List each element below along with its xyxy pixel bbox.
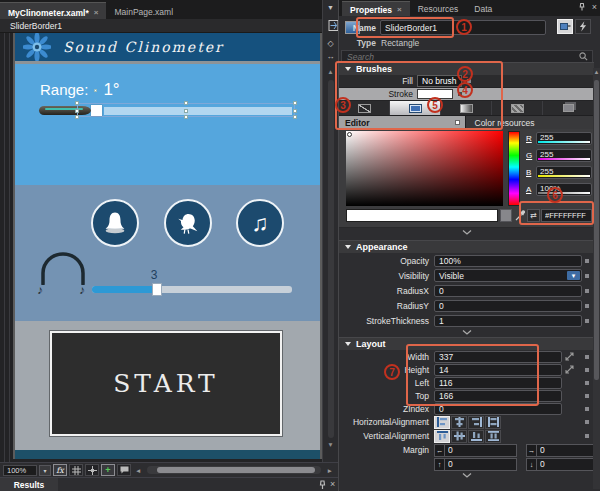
advanced-options-peg[interactable] (458, 92, 462, 96)
eyedropper-button[interactable] (514, 209, 526, 222)
width-input[interactable] (434, 351, 562, 363)
chevron-down-icon[interactable]: ▾ (567, 271, 580, 280)
advanced-options-peg[interactable] (585, 355, 589, 359)
annotations-button[interactable] (117, 464, 131, 476)
name-input[interactable] (380, 20, 546, 35)
pin-icon[interactable] (318, 480, 327, 490)
blue-input[interactable] (536, 166, 592, 179)
resize-handle[interactable] (75, 109, 79, 113)
tab-mainpage[interactable]: MainPage.xaml (106, 2, 181, 19)
visibility-dropdown[interactable]: Visible ▾ (434, 269, 582, 282)
zindex-input[interactable] (434, 403, 562, 415)
music-sound-button[interactable]: ♫ (236, 199, 284, 247)
color-resources-tab[interactable]: Color resources (465, 116, 595, 129)
horizontal-scrollbar[interactable] (147, 466, 320, 474)
properties-scrollbar[interactable]: ▲ (593, 68, 600, 489)
events-view-button[interactable] (575, 19, 591, 34)
layout-expander[interactable] (339, 471, 594, 480)
margin-top-input[interactable] (445, 458, 517, 471)
left-input[interactable] (434, 377, 562, 389)
margin-right-input[interactable] (537, 444, 600, 457)
resize-handle[interactable] (293, 115, 297, 119)
effects-toggle-button[interactable]: fx (53, 464, 67, 476)
show-grid-button[interactable] (69, 464, 83, 476)
resize-handle[interactable] (184, 101, 188, 105)
horizontal-resize-icon[interactable]: ↔ (323, 53, 338, 61)
top-input[interactable] (434, 390, 562, 402)
stroke-row[interactable]: Stroke (339, 88, 594, 101)
resize-handle[interactable] (75, 115, 79, 119)
range-slider-track[interactable] (104, 107, 292, 115)
appearance-header[interactable]: Appearance (339, 240, 594, 253)
zoom-dropdown-icon[interactable]: ▾ (39, 465, 51, 476)
advanced-options-peg[interactable] (585, 434, 589, 438)
advanced-options-peg[interactable] (585, 394, 589, 398)
layout-header[interactable]: Layout (339, 337, 594, 350)
close-icon[interactable]: × (94, 8, 99, 17)
halign-right-button[interactable] (468, 416, 484, 429)
fill-value[interactable]: No brush (417, 75, 462, 87)
pin-icon[interactable] (578, 2, 586, 12)
height-input[interactable] (434, 364, 562, 376)
close-icon[interactable]: × (592, 2, 597, 12)
start-button[interactable]: START (50, 331, 282, 436)
volume-slider[interactable] (92, 286, 292, 293)
advanced-options-peg[interactable] (585, 368, 589, 372)
radiusx-input[interactable] (434, 285, 582, 297)
advanced-options-peg[interactable] (585, 319, 589, 323)
valign-top-button[interactable] (434, 430, 450, 443)
brushes-header[interactable]: Brushes (339, 62, 594, 75)
advanced-options-peg[interactable] (585, 407, 589, 411)
margin-bottom-input[interactable] (537, 458, 600, 471)
halign-stretch-button[interactable] (485, 416, 501, 429)
zoom-level[interactable]: 100% (3, 465, 37, 476)
resize-handle[interactable] (184, 115, 188, 119)
artboard[interactable]: Sound Clinometer Range: 1° (13, 33, 322, 459)
scroll-up-icon[interactable]: ▲ (593, 69, 600, 75)
resize-handle[interactable] (293, 101, 297, 105)
scrollbar-thumb[interactable] (157, 467, 314, 473)
bell-sound-button[interactable] (91, 199, 139, 247)
halign-center-button[interactable] (451, 416, 467, 429)
red-input[interactable] (536, 132, 592, 145)
color-format-swap-button[interactable]: ⇄ (527, 209, 540, 222)
advanced-options-peg[interactable] (585, 381, 589, 385)
vertical-scrollbar[interactable] (328, 80, 334, 438)
gradient-brush-button[interactable] (441, 101, 492, 115)
hex-color-input[interactable] (541, 209, 592, 222)
properties-view-button[interactable] (557, 19, 573, 34)
opacity-input[interactable] (434, 255, 582, 267)
halign-left-button[interactable] (434, 416, 450, 429)
margin-left-input[interactable] (445, 444, 517, 457)
solid-color-brush-button[interactable] (390, 101, 441, 115)
editor-tab[interactable]: Editor (339, 116, 465, 129)
close-icon[interactable]: × (397, 5, 402, 16)
brush-resources-button[interactable] (543, 101, 594, 115)
valign-stretch-button[interactable] (485, 430, 501, 443)
auto-size-icon[interactable] (565, 365, 574, 374)
search-input[interactable] (342, 52, 579, 62)
results-tab[interactable]: Results (0, 478, 58, 491)
alpha-input[interactable] (536, 183, 592, 196)
slider-border-selection[interactable] (77, 103, 295, 117)
green-input[interactable] (536, 149, 592, 162)
bird-sound-button[interactable] (164, 199, 212, 247)
radiusy-input[interactable] (434, 300, 582, 312)
hue-slider[interactable] (508, 131, 520, 206)
volume-slider-thumb[interactable] (152, 283, 162, 296)
fill-row[interactable]: Fill No brush (339, 75, 594, 88)
panel-menu-icon[interactable]: ▼ (323, 4, 338, 11)
stroke-color-swatch[interactable] (417, 89, 453, 99)
auto-size-icon[interactable] (565, 352, 574, 361)
resize-handle[interactable] (75, 101, 79, 105)
advanced-options-peg[interactable] (585, 304, 589, 308)
initial-color-button[interactable] (500, 209, 512, 222)
valign-bottom-button[interactable] (468, 430, 484, 443)
scrollbar-thumb[interactable] (594, 80, 599, 380)
tab-resources[interactable]: Resources (410, 1, 467, 16)
advanced-options-peg[interactable] (585, 420, 589, 424)
color-selector-dot[interactable] (347, 132, 352, 137)
scroll-right-icon[interactable]: ► (327, 467, 333, 474)
brushes-expander[interactable] (339, 228, 594, 237)
appearance-expander[interactable] (339, 328, 594, 337)
